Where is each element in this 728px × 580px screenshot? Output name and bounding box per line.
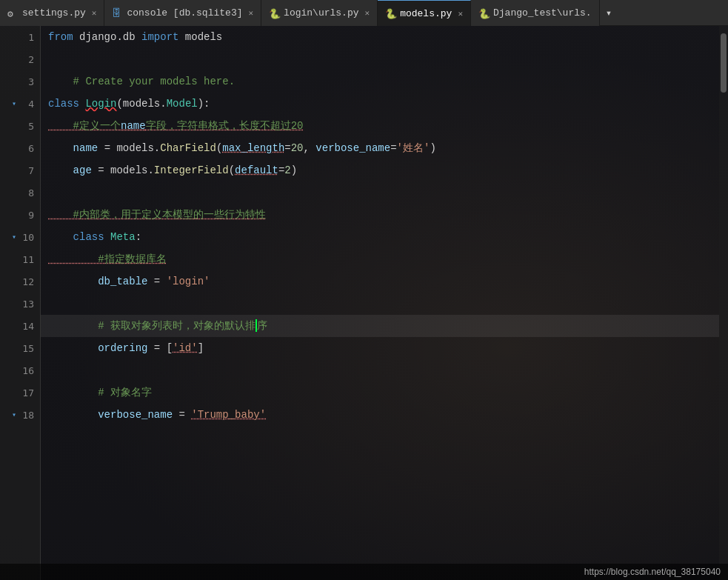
code-line-16 — [41, 359, 719, 381]
gutter-row-18: ▾ 18 — [0, 404, 40, 426]
code-line-17: # 对象名字 — [41, 381, 719, 404]
line-num-14: 14 — [21, 321, 34, 332]
fold-icon-4[interactable]: ▾ — [10, 99, 18, 108]
line-num-13: 13 — [21, 299, 34, 310]
line-num-11: 11 — [21, 254, 34, 265]
code-line-18: verbose_name = 'Trump_baby' — [41, 404, 719, 426]
gutter-row-5: 5 — [0, 115, 40, 137]
code-line-12: db_table = 'login' — [41, 270, 719, 293]
tab-models-close[interactable]: ✕ — [458, 9, 463, 19]
gutter-row-11: 11 — [0, 248, 40, 270]
code-line-7: age = models.IntegerField(default=2) — [41, 159, 719, 181]
tab-django-urls-label: Django_test\urls. — [493, 7, 592, 19]
code-line-8 — [41, 181, 719, 204]
line-num-5: 5 — [21, 121, 34, 132]
tab-models[interactable]: 🐍 models.py ✕ — [378, 0, 471, 26]
gutter-row-9: 9 — [0, 204, 40, 226]
code-line-3: # Create your models here. — [41, 70, 719, 93]
gutter-row-1: 1 — [0, 26, 40, 48]
line-num-17: 17 — [21, 387, 34, 399]
gutter-row-8: 8 — [0, 181, 40, 204]
editor-area: 1 2 3 ▾ 4 5 6 7 — [0, 26, 728, 580]
code-line-10: class Meta: — [41, 226, 719, 248]
chevron-down-icon: ▾ — [606, 7, 612, 19]
gutter-row-2: 2 — [0, 48, 40, 70]
code-line-4: class Login(models.Model): — [41, 93, 719, 115]
code-line-1: from django.db import models — [41, 26, 719, 48]
gutter-row-14: 14 — [0, 315, 40, 337]
models-icon: 🐍 — [385, 8, 395, 19]
line-num-4: 4 — [21, 99, 34, 110]
gutter-row-3: 3 — [0, 70, 40, 93]
code-line-9: #内部类，用于定义本模型的一些行为特性 — [41, 204, 719, 226]
code-line-2 — [41, 48, 719, 70]
line-num-7: 7 — [21, 165, 34, 176]
console-icon: 🗄 — [112, 8, 122, 19]
gutter-row-7: 7 — [0, 159, 40, 181]
gutter-row-6: 6 — [0, 137, 40, 159]
tab-login-urls-label: login\urls.py — [284, 7, 358, 19]
tab-django-urls[interactable]: 🐍 Django_test\urls. — [471, 0, 600, 26]
gutter-row-4: ▾ 4 — [0, 93, 40, 115]
login-urls-icon: 🐍 — [269, 8, 279, 19]
tab-bar: ⚙ settings.py ✕ 🗄 console [db.sqlite3] ✕… — [0, 0, 728, 26]
line-num-1: 1 — [21, 32, 34, 43]
code-line-5: #定义一个name字段，字符串格式，长度不超过20 — [41, 115, 719, 137]
tab-login-urls[interactable]: 🐍 login\urls.py ✕ — [261, 0, 378, 26]
line-num-12: 12 — [21, 276, 34, 287]
scrollbar-thumb[interactable] — [721, 33, 727, 93]
fold-icon-10[interactable]: ▾ — [10, 233, 18, 241]
tab-settings-close[interactable]: ✕ — [92, 8, 97, 18]
code-editor[interactable]: from django.db import models # Create yo… — [41, 26, 719, 580]
gutter-row-12: 12 — [0, 270, 40, 293]
code-line-14: # 获取对象列表时，对象的默认排序 — [41, 315, 719, 337]
line-num-8: 8 — [21, 187, 34, 199]
code-line-11: #指定数据库名 — [41, 248, 719, 270]
line-num-16: 16 — [21, 365, 34, 376]
gutter-row-16: 16 — [0, 359, 40, 381]
tab-models-label: models.py — [400, 8, 452, 19]
line-num-18: 18 — [21, 410, 34, 421]
vertical-scrollbar[interactable] — [719, 26, 728, 580]
line-num-2: 2 — [21, 54, 34, 65]
code-line-13 — [41, 293, 719, 315]
tab-settings[interactable]: ⚙ settings.py ✕ — [0, 0, 104, 26]
fold-icon-18[interactable]: ▾ — [10, 410, 18, 419]
settings-icon: ⚙ — [7, 8, 18, 19]
tab-console-close[interactable]: ✕ — [248, 8, 253, 18]
line-num-3: 3 — [21, 76, 34, 87]
code-line-15: ordering = ['id'] — [41, 337, 719, 359]
tab-login-urls-close[interactable]: ✕ — [365, 8, 370, 18]
line-num-10: 10 — [21, 232, 34, 243]
tab-console-label: console [db.sqlite3] — [127, 7, 242, 19]
tab-console[interactable]: 🗄 console [db.sqlite3] ✕ — [104, 0, 261, 26]
gutter-row-13: 13 — [0, 293, 40, 315]
tab-settings-label: settings.py — [22, 7, 86, 19]
gutter-row-10: ▾ 10 — [0, 226, 40, 248]
code-line-6: name = models.CharField(max_length=20, v… — [41, 137, 719, 159]
status-url: https://blog.csdn.net/qq_38175040 — [584, 567, 721, 577]
gutter-row-17: 17 — [0, 381, 40, 404]
django-urls-icon: 🐍 — [478, 8, 489, 19]
line-num-6: 6 — [21, 143, 34, 154]
line-number-gutter: 1 2 3 ▾ 4 5 6 7 — [0, 26, 41, 580]
gutter-row-15: 15 — [0, 337, 40, 359]
line-num-9: 9 — [21, 210, 34, 221]
tab-overflow-button[interactable]: ▾ — [600, 0, 618, 25]
status-bar: https://blog.csdn.net/qq_38175040 — [0, 564, 728, 580]
line-num-15: 15 — [21, 343, 34, 354]
